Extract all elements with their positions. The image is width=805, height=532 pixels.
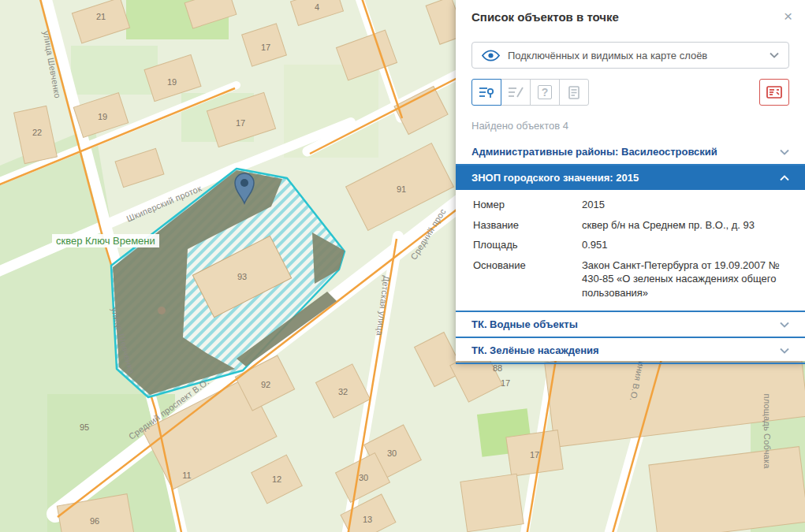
close-icon[interactable]: ×: [781, 7, 796, 25]
chevron-down-icon: [780, 348, 789, 354]
accordion-header-admin-districts[interactable]: Административные районы: Василеостровски…: [456, 140, 805, 166]
question-icon[interactable]: ?: [530, 79, 560, 106]
field-value: сквер б/н на Среднем пр. В.О., д. 93: [582, 218, 789, 233]
accordion-label: ТК. Зелёные насаждения: [471, 344, 599, 356]
object-details: Номер 2015 Название сквер б/н на Среднем…: [456, 190, 805, 312]
toolbar-button-group: ?: [471, 79, 589, 106]
accordion-header-znop[interactable]: ЗНОП городского значения: 2015: [456, 166, 805, 190]
field-value: Закон Санкт-Петербурга от 19.09.2007 № 4…: [582, 259, 789, 300]
eye-icon: [482, 50, 500, 61]
layer-filter-dropdown[interactable]: Подключённых и видимых на карте слоёв: [471, 42, 789, 69]
chevron-down-icon: [780, 149, 789, 155]
accordion-header-green-plantings[interactable]: ТК. Зелёные насаждения: [456, 338, 805, 364]
detail-row: Название сквер б/н на Среднем пр. В.О., …: [456, 215, 805, 236]
accordion-label: ЗНОП городского значения: 2015: [471, 172, 639, 184]
field-label: Площадь: [473, 238, 582, 252]
chevron-down-icon: [770, 52, 779, 58]
chevron-up-icon: [780, 175, 789, 181]
field-label: Номер: [473, 198, 582, 212]
report-icon[interactable]: [759, 79, 789, 106]
layer-filter-value: Подключённых и видимых на карте слоёв: [508, 50, 707, 61]
accordion-label: Административные районы: Василеостровски…: [471, 146, 717, 158]
list-location-icon[interactable]: [471, 79, 501, 106]
objects-panel: Список объектов в точке × Подключённых и…: [456, 0, 805, 361]
accordion-label: ТК. Водные объекты: [471, 318, 578, 330]
detail-row: Основание Закон Санкт-Петербурга от 19.0…: [456, 255, 805, 303]
chevron-down-icon: [780, 322, 789, 328]
list-off-icon[interactable]: [501, 79, 531, 106]
panel-title: Список объектов в точке: [456, 0, 805, 24]
results-accordion: Административные районы: Василеостровски…: [456, 140, 805, 364]
document-icon[interactable]: [559, 79, 589, 106]
results-count: Найдено объектов 4: [471, 120, 789, 132]
field-value: 0.951: [582, 238, 789, 252]
field-label: Основание: [473, 259, 582, 300]
accordion-header-water-objects[interactable]: ТК. Водные объекты: [456, 312, 805, 338]
app-screen: сквер Ключ Времени улица ШевченкоШкиперс…: [0, 0, 805, 532]
field-value: 2015: [582, 198, 789, 212]
field-label: Название: [473, 218, 582, 233]
panel-toolbar: ?: [471, 79, 789, 106]
detail-row: Площадь 0.951: [456, 235, 805, 255]
detail-row: Номер 2015: [456, 195, 805, 215]
